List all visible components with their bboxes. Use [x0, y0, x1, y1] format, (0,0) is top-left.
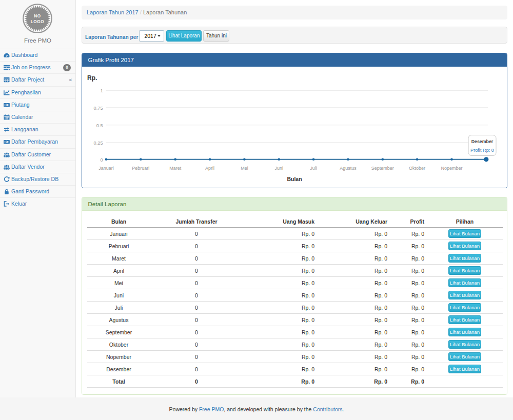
svg-text:Rp.: Rp. — [87, 74, 97, 82]
svg-text:0.5: 0.5 — [96, 123, 103, 128]
svg-text:April: April — [205, 166, 214, 171]
svg-text:LOGO: LOGO — [31, 19, 45, 24]
svg-text:1: 1 — [100, 88, 103, 93]
svg-text:Januari: Januari — [98, 166, 114, 171]
svg-text:Bulan: Bulan — [287, 176, 302, 182]
svg-text:Profit Rp: 0: Profit Rp: 0 — [470, 148, 494, 153]
svg-text:0.25: 0.25 — [94, 141, 103, 146]
svg-text:Mei: Mei — [241, 166, 248, 171]
svg-text:0: 0 — [100, 157, 103, 163]
svg-text:Desember: Desember — [471, 139, 494, 144]
svg-text:0.75: 0.75 — [94, 106, 103, 111]
svg-text:Juni: Juni — [275, 166, 284, 171]
svg-text:NO: NO — [34, 14, 41, 18]
svg-text:Nopember: Nopember — [441, 166, 462, 171]
svg-text:September: September — [371, 166, 394, 171]
svg-text:Juli: Juli — [310, 166, 317, 171]
svg-text:Pebruari: Pebruari — [132, 166, 149, 171]
svg-text:Maret: Maret — [169, 166, 182, 171]
svg-text:Agustus: Agustus — [340, 166, 357, 171]
svg-text:Oktober: Oktober — [409, 166, 425, 171]
